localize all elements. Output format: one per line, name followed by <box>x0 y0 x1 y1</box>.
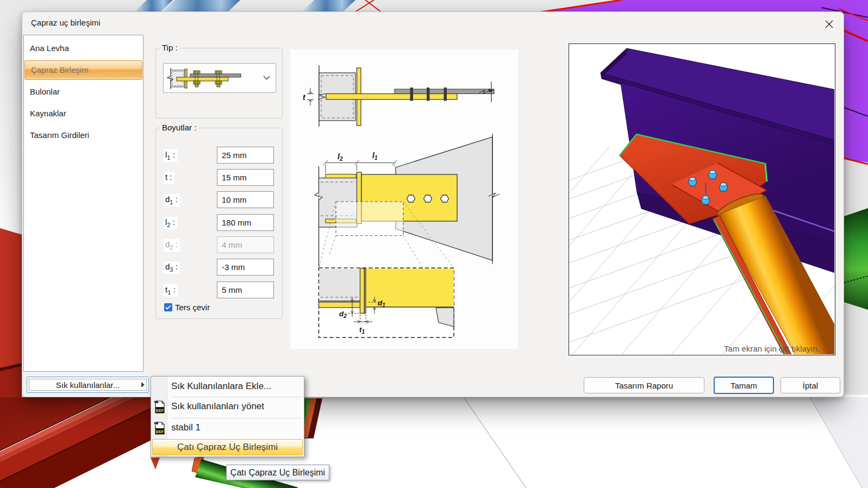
dim-row-t1: t1 : <box>156 281 282 299</box>
dim-row-d2: d2 : <box>156 236 282 254</box>
submenu-arrow-icon <box>141 382 145 387</box>
preview-3d-panel[interactable]: Tam ekran için çift tıklayın. <box>569 43 835 355</box>
svg-text:l1: l1 <box>372 151 378 161</box>
svg-text:t: t <box>303 93 306 102</box>
technical-drawing: t l2 l1 <box>290 49 518 349</box>
dimensions-group-label: Boyutlar : <box>160 123 198 132</box>
svg-text:DXF: DXF <box>156 408 164 413</box>
connection-type-thumbnail <box>165 65 246 91</box>
preview-3d-render: Tam ekran için çift tıklayın. <box>569 44 834 354</box>
menu-item-cati-capraz-uc-birlesimi[interactable]: Çatı Çapraz Uç Birleşimi <box>152 439 303 455</box>
l2-input[interactable] <box>217 214 274 231</box>
category-list: Ana Levha Çapraz Birleşim Bulonlar Kayna… <box>23 35 143 372</box>
dim-row-l1: l1 : <box>156 147 282 164</box>
sidebar-item-tasarim-girdileri[interactable]: Tasarım Girdileri <box>24 124 143 146</box>
d3-input[interactable] <box>217 259 274 276</box>
invert-checkbox-row: Ters çevir <box>164 303 210 312</box>
invert-checkbox[interactable] <box>164 303 172 311</box>
sidebar-item-kaynaklar[interactable]: Kaynaklar <box>24 103 143 124</box>
favorites-button[interactable]: Sık kullanılanlar... <box>27 377 149 393</box>
tooltip: Çatı Çapraz Uç Birleşimi <box>226 465 329 480</box>
close-button[interactable] <box>821 16 837 32</box>
chevron-down-icon <box>263 76 270 80</box>
technical-drawing-panel: t l2 l1 <box>290 49 518 349</box>
type-groupbox: Tip : <box>155 48 283 118</box>
dim-row-t: t : <box>156 169 282 186</box>
sidebar-item-bulonlar[interactable]: Bulonlar <box>24 81 143 103</box>
d2-input[interactable] <box>217 236 274 253</box>
design-report-button[interactable]: Tasarım Raporu <box>584 377 704 393</box>
favorites-menu: Sık Kullanılanlara Ekle... DXF Sık kulla… <box>151 376 304 457</box>
menu-item-stabil-1[interactable]: DXF stabil 1 <box>151 418 304 438</box>
menu-item-add-to-favorites[interactable]: Sık Kullanılanlara Ekle... <box>151 377 304 397</box>
svg-text:l2: l2 <box>338 152 343 162</box>
check-icon <box>165 305 171 310</box>
svg-text:DXF: DXF <box>156 429 164 434</box>
dialog-title: Çapraz uç birleşimi <box>31 18 101 27</box>
dialog-capraz-uc-birlesimi: Çapraz uç birleşimi Ana Levha Çapraz Bir… <box>22 11 844 397</box>
dimensions-groupbox: Boyutlar : l1 : t : d1 : l2 : d2 : d3 : … <box>155 128 283 319</box>
t-input[interactable] <box>217 169 274 186</box>
sidebar-item-capraz-birlesim[interactable]: Çapraz Birleşim <box>24 60 142 80</box>
invert-checkbox-label: Ters çevir <box>175 303 210 312</box>
t1-input[interactable] <box>217 281 274 298</box>
green-member-right <box>844 208 868 310</box>
dxf-file-icon: DXF <box>153 421 166 435</box>
sidebar-item-ana-levha[interactable]: Ana Levha <box>24 37 143 59</box>
cancel-button[interactable]: İptal <box>780 377 840 393</box>
menu-item-manage-favorites[interactable]: DXF Sık kullanılanları yönet <box>151 397 304 417</box>
close-icon <box>825 20 833 28</box>
dim-row-l2: l2 : <box>156 214 282 232</box>
ok-button[interactable]: Tamam <box>714 377 774 394</box>
dim-row-d1: d1 : <box>156 191 282 209</box>
d1-input[interactable] <box>217 191 274 208</box>
preview-caption: Tam ekran için çift tıklayın. <box>724 344 820 353</box>
dxf-file-icon: DXF <box>153 400 166 414</box>
type-group-label: Tip : <box>160 43 180 52</box>
dim-row-d3: d3 : <box>156 259 282 276</box>
connection-type-dropdown[interactable] <box>163 63 276 93</box>
l1-input[interactable] <box>217 147 274 164</box>
